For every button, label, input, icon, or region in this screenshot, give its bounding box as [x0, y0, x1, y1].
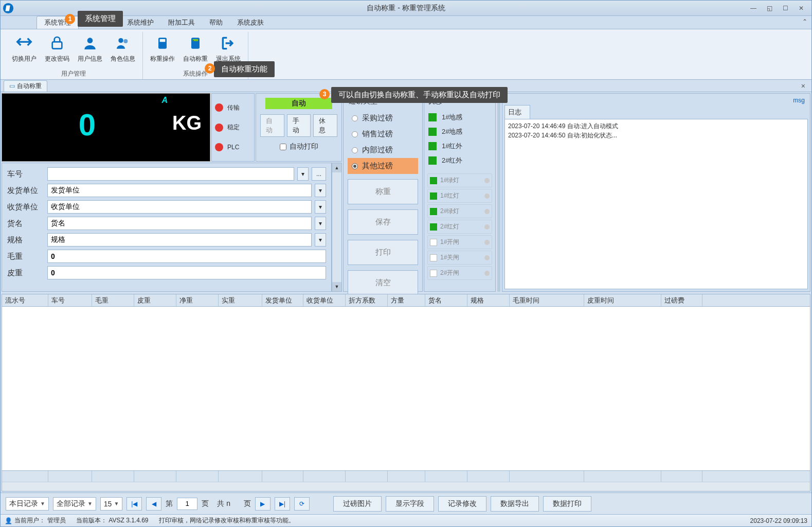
page-input[interactable] — [177, 498, 197, 510]
grid-column-header[interactable]: 过磅费 — [661, 294, 702, 306]
receiver-dropdown[interactable]: ▾ — [315, 200, 326, 214]
mode-manual-button[interactable]: 手动 — [287, 114, 311, 137]
msg-link[interactable]: msg — [504, 96, 808, 105]
log-textarea[interactable]: 2023-07-20 14:46:49 自动:进入自动模式 2023-07-20… — [504, 119, 808, 289]
ctrl-2-open[interactable]: 2#开闸 — [427, 266, 492, 280]
weigh-type-internal[interactable]: 内部过磅 — [348, 142, 418, 158]
next-page-button[interactable]: ▶ — [255, 497, 270, 511]
doc-tab-close-button[interactable]: × — [801, 82, 808, 90]
first-page-button[interactable]: |◀ — [127, 497, 142, 511]
grid-column-header[interactable]: 折方系数 — [346, 294, 388, 306]
auto-print-checkbox[interactable]: 自动打印 — [280, 142, 318, 151]
grid-h-scrollbar[interactable] — [2, 482, 810, 491]
grid-column-header[interactable]: 毛重时间 — [510, 294, 584, 306]
switch-user-button[interactable]: 切换用户 — [9, 32, 40, 65]
mode-auto-button[interactable]: 自动 — [260, 114, 284, 137]
minimize-button[interactable]: — — [749, 5, 757, 12]
weigh-op-button[interactable]: 称重操作 — [147, 32, 178, 65]
grid-column-header[interactable]: 规格 — [467, 294, 510, 306]
ctrl-1-green[interactable]: 1#绿灯 — [427, 173, 492, 187]
gross-input[interactable] — [47, 250, 326, 263]
car-dropdown[interactable]: ▾ — [297, 167, 309, 181]
exit-system-button[interactable]: 退出系统 — [213, 32, 244, 65]
grid-column-header[interactable]: 皮重 — [134, 294, 176, 306]
print-data-button[interactable]: 数据打印 — [543, 496, 591, 512]
edit-record-button[interactable]: 记录修改 — [438, 496, 486, 512]
auto-print-input[interactable] — [280, 144, 286, 150]
mode-rest-button[interactable]: 休息 — [313, 114, 337, 137]
print-button[interactable]: 打印 — [348, 240, 418, 265]
prev-page-button[interactable]: ◀ — [146, 497, 161, 511]
scroll-up-icon[interactable]: ▲ — [332, 163, 341, 172]
grid-footer-cell — [134, 471, 176, 482]
change-password-button[interactable]: 更改密码 — [42, 32, 73, 65]
grid-column-header[interactable]: 货名 — [425, 294, 467, 306]
grid-column-header[interactable]: 毛重 — [92, 294, 134, 306]
car-input[interactable] — [47, 167, 294, 181]
all-records-combo[interactable]: 全部记录▼ — [53, 497, 96, 511]
tare-input[interactable] — [47, 266, 326, 279]
ctrl-1-red[interactable]: 1#红灯 — [427, 189, 492, 203]
grid-body[interactable] — [2, 307, 810, 470]
weigh-type-sale[interactable]: 销售过磅 — [348, 126, 418, 142]
spec-dropdown[interactable]: ▾ — [315, 233, 326, 247]
sender-input[interactable] — [47, 184, 312, 197]
sensor-1-ground: 1#地感 — [426, 110, 493, 125]
weigh-type-other[interactable]: 其他过磅 — [348, 158, 418, 174]
weigh-button[interactable]: 称重 — [348, 179, 418, 204]
menu-tab-skin[interactable]: 系统皮肤 — [230, 16, 271, 29]
spec-input[interactable] — [47, 233, 312, 247]
scroll-down-icon[interactable]: ▼ — [332, 282, 341, 291]
grid-column-header[interactable]: 流水号 — [2, 294, 48, 306]
goods-dropdown[interactable]: ▾ — [315, 217, 326, 230]
grid-column-header[interactable]: 方量 — [388, 294, 425, 306]
grid-column-header[interactable]: 净重 — [176, 294, 219, 306]
doc-tab-auto-weigh[interactable]: ▭ 自动称重 — [4, 80, 47, 92]
receiver-input[interactable] — [47, 200, 312, 214]
grid-footer-cell — [92, 471, 134, 482]
goods-input[interactable] — [47, 217, 312, 230]
total-label: 页 — [244, 499, 251, 508]
ctrl-1-close[interactable]: 1#关闸 — [427, 251, 492, 265]
ribbon-collapse-icon[interactable]: ⌃ — [802, 18, 807, 25]
grid-column-header[interactable]: 收货单位 — [303, 294, 346, 306]
close-button[interactable]: ✕ — [797, 5, 805, 12]
weigh-type-purchase[interactable]: 采购过磅 — [348, 110, 418, 126]
doc-tab-label: 自动称重 — [17, 82, 42, 91]
restore-button[interactable]: ◱ — [765, 5, 773, 12]
ctrl-2-red[interactable]: 2#红灯 — [427, 220, 492, 234]
export-data-button[interactable]: 数据导出 — [491, 496, 539, 512]
clear-button[interactable]: 清空 — [348, 270, 418, 295]
window-controls: — ◱ ☐ ✕ — [749, 5, 811, 12]
page-label: 页 — [202, 499, 209, 508]
today-records-combo[interactable]: 本日记录▼ — [6, 497, 49, 511]
refresh-button[interactable]: ⟳ — [294, 497, 310, 511]
grid-footer-cell — [661, 471, 702, 482]
grid-footer-cell — [262, 471, 303, 482]
ctrl-2-green[interactable]: 2#绿灯 — [427, 204, 492, 218]
callout-badge-2: 2 — [205, 63, 215, 74]
grid-column-header[interactable]: 实重 — [219, 294, 262, 306]
menu-tab-system-maintain[interactable]: 系统维护 — [120, 16, 161, 29]
car-more-button[interactable]: ... — [312, 167, 326, 181]
goods-label: 货名 — [7, 219, 44, 229]
sender-dropdown[interactable]: ▾ — [315, 184, 326, 197]
form-scrollbar[interactable]: ▲ ▼ — [332, 163, 342, 292]
auto-weigh-button[interactable]: AUTO 自动称重 — [180, 32, 211, 65]
grid-column-header[interactable]: 发货单位 — [262, 294, 303, 306]
show-fields-button[interactable]: 显示字段 — [386, 496, 434, 512]
last-page-button[interactable]: ▶| — [275, 497, 290, 511]
role-info-button[interactable]: 角色信息 — [107, 32, 138, 65]
menu-tab-help[interactable]: 帮助 — [202, 16, 230, 29]
log-entry: 2023-07-20 14:46:50 自动:初始化状态... — [508, 131, 804, 140]
maximize-button[interactable]: ☐ — [781, 5, 789, 12]
grid-column-header[interactable]: 车号 — [48, 294, 92, 306]
user-info-button[interactable]: 用户信息 — [75, 32, 105, 65]
grid-column-header[interactable]: 皮重时间 — [584, 294, 661, 306]
weigh-image-button[interactable]: 过磅图片 — [333, 496, 382, 512]
splitter-handle[interactable] — [497, 93, 500, 292]
save-button[interactable]: 保存 — [348, 209, 418, 235]
page-size-combo[interactable]: 15▼ — [100, 497, 122, 511]
menu-tab-addon-tools[interactable]: 附加工具 — [161, 16, 202, 29]
ctrl-1-open[interactable]: 1#开闸 — [427, 235, 492, 249]
